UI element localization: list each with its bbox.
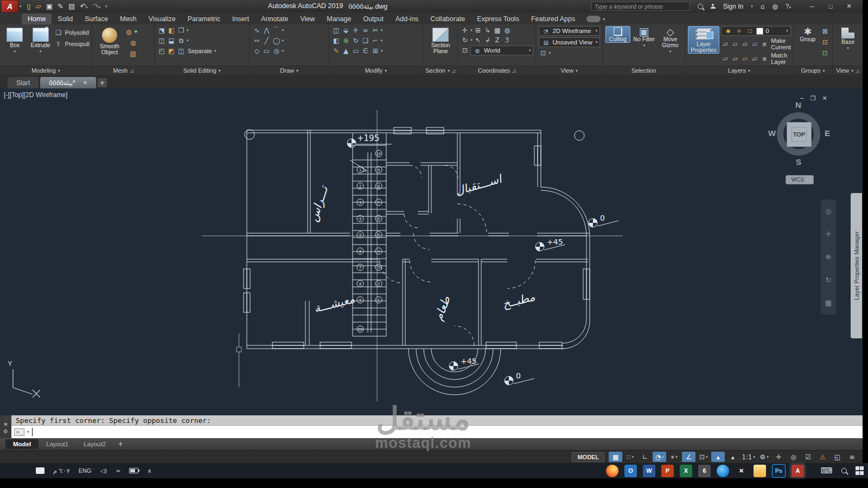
arc-dropdown-icon[interactable]: ▾ xyxy=(282,28,284,33)
viewcube-east[interactable]: E xyxy=(825,129,830,138)
viewcube-south[interactable]: S xyxy=(796,157,801,166)
panel-label-layers[interactable]: Layers▾ xyxy=(685,66,793,75)
taskbar-clock[interactable]: ٦:٠٧ م xyxy=(53,467,70,474)
volume-icon[interactable]: ◁) xyxy=(100,467,107,474)
annotation-visibility-icon[interactable]: ▴ xyxy=(711,452,725,462)
thicken-icon[interactable]: ⬓ xyxy=(167,36,176,44)
stay-connected-icon[interactable]: ◍ xyxy=(772,3,777,10)
ucs-world-icon[interactable]: ◍ xyxy=(503,26,512,34)
app-edge[interactable] xyxy=(717,465,729,477)
app-autocad[interactable]: A xyxy=(792,465,804,477)
viewcube-north[interactable]: N xyxy=(795,100,801,110)
mesh-refine-icon[interactable]: ◍✚ xyxy=(126,28,140,36)
solid-union-icon[interactable]: ⬔ xyxy=(157,26,166,34)
orbit-icon[interactable]: ↻ xyxy=(826,276,832,284)
mesh-crease-icon[interactable]: ▨ xyxy=(126,49,140,57)
explode-icon[interactable]: ⊞ xyxy=(371,47,380,55)
solid-subtract-icon[interactable]: ◧ xyxy=(167,26,176,34)
viewcube[interactable]: N W E S TOP WCS▾ xyxy=(764,100,834,187)
ucs-rotate-icon[interactable]: ↻ xyxy=(461,36,469,44)
layer-freeze-icon[interactable]: ▱ xyxy=(741,40,749,48)
layout-tab-model[interactable]: Model xyxy=(5,439,39,449)
object-snap-tracking-icon[interactable]: ⌖▾ xyxy=(667,452,681,462)
box-button[interactable]: Box▾ xyxy=(3,26,27,55)
zoom-extents-icon[interactable]: ⊕ xyxy=(826,253,832,261)
panel-label-section[interactable]: Section▾◿ xyxy=(423,66,457,75)
customization-icon[interactable]: ≡ xyxy=(845,452,859,462)
trim-icon[interactable]: ✂ xyxy=(371,26,380,34)
panel-label-view-drawing[interactable]: View▾◿ xyxy=(833,66,863,75)
recent-commands-icon[interactable]: ▾ xyxy=(27,429,29,434)
layer-combo[interactable]: ◉ ☼ ▢ 0 ▾ xyxy=(721,26,791,36)
3d-mirror-icon[interactable]: ◧ xyxy=(332,36,341,44)
sign-in-button[interactable]: Sign In xyxy=(723,3,743,10)
move-gizmo-button[interactable]: ◇Move Gizmo▾ xyxy=(658,26,682,55)
ribbon-tab-surface[interactable]: Surface xyxy=(79,14,114,24)
app-powerpoint[interactable]: P xyxy=(661,465,674,477)
ucs-origin-icon[interactable]: ↖ xyxy=(474,36,482,44)
no-filter-button[interactable]: ▣No Filter▾ xyxy=(632,26,656,49)
stretch-icon[interactable]: ▭ xyxy=(352,47,360,55)
slice-icon[interactable]: ◫ xyxy=(157,36,166,44)
annotation-scale[interactable]: 1:1▾ xyxy=(741,452,756,462)
culling-button[interactable]: ❏Culling xyxy=(605,26,630,43)
panel-label-groups[interactable]: Groups▾ xyxy=(794,66,832,75)
mesh-smooth-more-icon[interactable]: ◍ xyxy=(126,38,140,47)
shell-icon[interactable]: ◰ xyxy=(157,47,166,55)
named-view-combo[interactable]: ▤Unsaved View▾ xyxy=(539,37,600,47)
layout-tab-layout1[interactable]: Layout1 xyxy=(39,439,76,449)
ribbon-tab-add-ins[interactable]: Add-ins xyxy=(390,14,424,24)
rectangle-icon[interactable]: ▭ xyxy=(262,47,271,55)
circle-icon[interactable]: ◯ xyxy=(272,36,280,44)
modify-dropdown-3-icon[interactable]: ▾ xyxy=(381,49,383,53)
ribbon-tab-manage[interactable]: Manage xyxy=(321,14,357,24)
command-grip-icon[interactable]: ·········· xyxy=(3,416,9,420)
isolate-objects-icon[interactable]: ◎ xyxy=(787,452,800,462)
layer-unisolate-icon[interactable]: ▱ xyxy=(731,55,739,63)
polar-tracking-icon[interactable]: ◔▾ xyxy=(653,452,666,462)
model-space-toggle[interactable]: MODEL xyxy=(572,452,604,462)
undo-icon[interactable]: ↶▾ xyxy=(80,2,87,10)
ucs-icon[interactable]: ✛ xyxy=(461,26,469,34)
new-file-icon[interactable]: ▯ xyxy=(27,2,31,10)
interfere-icon[interactable]: ⧉ xyxy=(177,36,186,44)
minimize-button[interactable]: ─ xyxy=(803,1,821,12)
match-layer-button[interactable]: ≣Match Layer xyxy=(760,52,791,65)
crosshair-icon[interactable]: ✛ xyxy=(772,452,786,462)
sign-in-dropdown-icon[interactable]: ▾ xyxy=(751,4,753,9)
close-button[interactable]: ✕ xyxy=(840,1,858,12)
solid-boolean-dropdown-icon[interactable]: ▾ xyxy=(187,28,189,33)
ellipse-dropdown-icon[interactable]: ▾ xyxy=(282,49,284,53)
panel-label-modify[interactable]: Modify▾ xyxy=(329,66,423,75)
presspull-button[interactable]: ⇧Presspull xyxy=(54,40,90,48)
snap-mode-icon[interactable]: ∷▾ xyxy=(623,452,637,462)
ucs-object-icon[interactable]: ↳ xyxy=(483,26,492,34)
help-icon[interactable]: ?▾ xyxy=(786,3,791,10)
ribbon-tab-annotate[interactable]: Annotate xyxy=(255,14,294,24)
arc-icon[interactable]: ⌒ xyxy=(272,26,280,34)
ortho-mode-icon[interactable]: ∟ xyxy=(638,452,652,462)
file-tab-start[interactable]: Start xyxy=(8,77,39,88)
layout-tab-layout2[interactable]: Layout2 xyxy=(76,439,113,449)
app-word[interactable]: W xyxy=(643,465,655,477)
ribbon-tab-collaborate[interactable]: Collaborate xyxy=(424,14,471,24)
ribbon-tab-express-tools[interactable]: Express Tools xyxy=(471,14,525,24)
language-indicator[interactable]: ENG xyxy=(79,467,92,474)
layer-thaw-icon[interactable]: ▱ xyxy=(741,55,749,63)
circle-dropdown-icon[interactable]: ▾ xyxy=(282,38,284,43)
layer-properties-manager-palette-tab[interactable]: Layer Properties Manager xyxy=(851,193,862,338)
ribbon-tab-mesh[interactable]: Mesh xyxy=(114,14,143,24)
logo-dropdown-icon[interactable]: ▾ xyxy=(20,4,22,9)
extrude-button[interactable]: ↑Extrude▾ xyxy=(28,26,52,55)
network-icon[interactable]: ≈ xyxy=(116,467,120,474)
touch-keyboard-icon[interactable]: ⌨ xyxy=(821,466,833,476)
ucs-3point-icon[interactable]: 3 xyxy=(503,36,512,44)
search-input[interactable]: Type a keyword or phrase xyxy=(591,2,690,11)
app-photoshop[interactable]: Ps xyxy=(772,464,786,478)
ucs-z-icon[interactable]: Z xyxy=(493,36,502,44)
ribbon-tab-output[interactable]: Output xyxy=(357,14,390,24)
ungroup-icon[interactable]: ⊠ xyxy=(821,27,829,35)
layer-lock-icon[interactable]: ▱ xyxy=(750,40,759,48)
ribbon-minimize-button[interactable] xyxy=(586,16,601,22)
maximize-button[interactable]: □ xyxy=(821,1,840,12)
